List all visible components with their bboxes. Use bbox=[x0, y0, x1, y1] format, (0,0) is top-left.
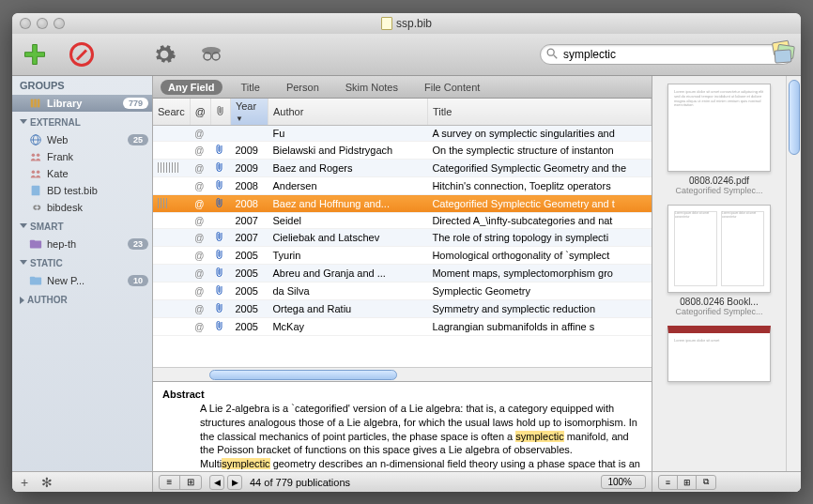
preview-item[interactable]: Lorem ipsum dolor sit amet consectetur a… bbox=[660, 84, 778, 195]
action-menu-button[interactable] bbox=[149, 39, 179, 69]
svg-rect-15 bbox=[32, 186, 40, 196]
highlight: symplectic bbox=[222, 458, 269, 469]
sidebar-footer: + ✻ bbox=[12, 471, 152, 492]
svg-point-13 bbox=[32, 171, 36, 175]
sidebar-item-hepth[interactable]: hep-th 23 bbox=[12, 236, 152, 252]
preview-footer: ≡ ⊞ ⧉ bbox=[652, 471, 801, 492]
sidebar-item-bdtest[interactable]: BD test.bib bbox=[12, 182, 152, 199]
document-icon bbox=[381, 17, 392, 30]
sidebar-item-web[interactable]: Web 25 bbox=[12, 131, 152, 148]
preview-grid-view[interactable]: ⊞ bbox=[678, 476, 697, 489]
preview-thumbnail: Lorem ipsum dolor sit amet consecteturLo… bbox=[667, 205, 771, 293]
file-icon bbox=[29, 184, 42, 197]
table-row[interactable]: @2009Bielawski and PidstrygachOn the sym… bbox=[153, 142, 652, 160]
svg-rect-7 bbox=[38, 99, 40, 108]
preview-flow-view[interactable]: ⧉ bbox=[697, 476, 715, 489]
folder-icon bbox=[29, 274, 42, 287]
preview-pane: Lorem ipsum dolor sit amet consectetur a… bbox=[652, 76, 801, 492]
zoom-select[interactable]: 100% bbox=[601, 475, 646, 489]
window-title: ssp.bib bbox=[396, 17, 432, 30]
view-mode-segment[interactable]: ≡ ⊞ bbox=[159, 475, 202, 490]
scope-file-content[interactable]: File Content bbox=[417, 80, 487, 95]
next-button[interactable]: ▶ bbox=[227, 475, 242, 490]
abstract-pane: Abstract A Lie 2-algebra is a `categorif… bbox=[153, 381, 652, 471]
table-row[interactable]: @2009Baez and RogersCategorified Symplec… bbox=[153, 160, 652, 177]
prev-button[interactable]: ◀ bbox=[209, 475, 224, 490]
sidebar-add-button[interactable]: + bbox=[18, 476, 31, 489]
notes-button[interactable] bbox=[770, 39, 796, 66]
svg-rect-6 bbox=[34, 99, 37, 108]
shared-icon bbox=[29, 150, 42, 163]
horizontal-scrollbar[interactable] bbox=[153, 367, 652, 381]
preview-thumbnail: Lorem ipsum dolor sit amet bbox=[667, 326, 771, 382]
status-text: 44 of 779 publications bbox=[250, 477, 350, 488]
publication-table[interactable]: Searc @ Year ▼ Author Title @FuA survey … bbox=[153, 99, 652, 367]
library-icon bbox=[29, 97, 42, 110]
scope-title[interactable]: Title bbox=[234, 80, 268, 95]
preview-button[interactable] bbox=[196, 39, 226, 69]
sidebar-item-library[interactable]: Library 779 bbox=[12, 95, 152, 112]
abstract-heading: Abstract bbox=[162, 389, 205, 400]
table-row[interactable]: @2005TyurinHomological orthogonality of … bbox=[153, 247, 652, 265]
scope-skim-notes[interactable]: Skim Notes bbox=[338, 80, 406, 95]
preview-list-view[interactable]: ≡ bbox=[659, 476, 678, 489]
table-row[interactable]: @2007Cieliebak and LatschevThe role of s… bbox=[153, 229, 652, 247]
list-view-icon[interactable]: ≡ bbox=[160, 476, 180, 489]
sidebar-item-kate[interactable]: Kate bbox=[12, 165, 152, 182]
static-header[interactable]: STATIC bbox=[12, 252, 152, 272]
table-row[interactable]: @2005da SilvaSymplectic Geometry bbox=[153, 283, 652, 300]
svg-rect-5 bbox=[31, 99, 34, 108]
external-header[interactable]: EXTERNAL bbox=[12, 112, 152, 131]
delete-button[interactable] bbox=[67, 39, 97, 69]
table-row[interactable]: @2007SeidelDirected A_\infty-subcategori… bbox=[153, 213, 652, 229]
col-clip[interactable] bbox=[210, 99, 230, 126]
preview-list[interactable]: Lorem ipsum dolor sit amet consectetur a… bbox=[652, 76, 786, 471]
search-input[interactable] bbox=[540, 44, 793, 65]
preview-item[interactable]: Lorem ipsum dolor sit amet consecteturLo… bbox=[660, 205, 778, 316]
svg-rect-19 bbox=[30, 277, 35, 280]
svg-point-3 bbox=[547, 49, 554, 55]
svg-line-4 bbox=[554, 55, 558, 59]
status-bar: ≡ ⊞ ◀ ▶ 44 of 779 publications 100% bbox=[153, 471, 652, 492]
svg-point-11 bbox=[32, 154, 36, 158]
scope-bar: Any Field Title Person Skim Notes File C… bbox=[153, 76, 652, 99]
grid-view-icon[interactable]: ⊞ bbox=[180, 476, 201, 489]
col-author[interactable]: Author bbox=[268, 99, 427, 126]
smart-header[interactable]: SMART bbox=[12, 216, 152, 236]
col-year[interactable]: Year ▼ bbox=[230, 99, 268, 126]
author-header[interactable]: AUTHOR bbox=[12, 289, 152, 309]
sidebar-action-button[interactable]: ✻ bbox=[40, 476, 54, 489]
groups-header[interactable]: GROUPS bbox=[12, 76, 152, 95]
toolbar: ✕ bbox=[12, 34, 801, 76]
col-search[interactable]: Searc bbox=[153, 99, 190, 126]
table-row[interactable]: @FuA survey on symplectic singularities … bbox=[153, 126, 652, 142]
svg-point-14 bbox=[37, 171, 40, 175]
shared-icon bbox=[29, 167, 42, 180]
add-button[interactable] bbox=[20, 39, 50, 69]
sidebar-item-count: 779 bbox=[123, 98, 148, 109]
highlight: symplectic bbox=[515, 431, 563, 442]
preview-item[interactable]: Lorem ipsum dolor sit amet bbox=[660, 326, 778, 382]
table-row[interactable]: @2005Abreu and Granja and ...Moment maps… bbox=[153, 265, 652, 283]
svg-point-12 bbox=[37, 154, 40, 158]
preview-scrollbar[interactable] bbox=[786, 76, 801, 471]
scope-any-field[interactable]: Any Field bbox=[161, 80, 222, 95]
smart-folder-icon bbox=[29, 237, 42, 251]
titlebar: ssp.bib bbox=[12, 13, 801, 34]
sidebar-item-frank[interactable]: Frank bbox=[12, 148, 152, 165]
table-row[interactable]: @2005McKayLagrangian submanifolds in aff… bbox=[153, 318, 652, 336]
sidebar-item-label: Library bbox=[47, 98, 82, 109]
link-icon bbox=[29, 201, 42, 214]
sidebar: GROUPS Library 779 EXTERNAL Web 25 Frank… bbox=[12, 76, 153, 492]
stop-icon bbox=[69, 42, 94, 67]
table-row[interactable]: @2008Baez and Hoffnung and...Categorifie… bbox=[153, 195, 652, 213]
main-content: Any Field Title Person Skim Notes File C… bbox=[153, 76, 652, 492]
col-at[interactable]: @ bbox=[190, 99, 210, 126]
scope-person[interactable]: Person bbox=[279, 80, 327, 95]
table-row[interactable]: @2008AndersenHitchin's connection, Toepl… bbox=[153, 177, 652, 195]
sidebar-item-bibdesk[interactable]: bibdesk bbox=[12, 199, 152, 216]
table-row[interactable]: @2005Ortega and RatiuSymmetry and symple… bbox=[153, 300, 652, 318]
globe-icon bbox=[29, 133, 42, 146]
sidebar-item-newp[interactable]: New P... 10 bbox=[12, 272, 152, 289]
col-title[interactable]: Title bbox=[427, 99, 651, 126]
